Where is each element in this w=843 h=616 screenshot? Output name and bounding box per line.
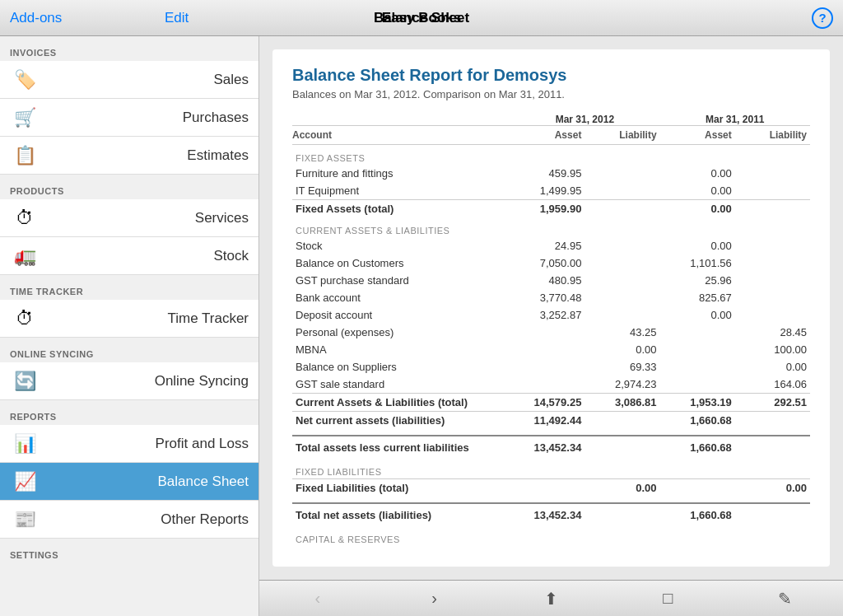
- asset2-subheader: Asset: [660, 126, 735, 145]
- table-row: Balance on Customers7,050.001,101.56: [292, 254, 810, 272]
- sidebar-item-label-profit-loss: Profit and Loss: [40, 436, 249, 452]
- account-subheader: Account: [292, 126, 510, 145]
- sidebar-section-online-syncing: ONLINE SYNCING: [0, 344, 258, 362]
- sidebar-item-services[interactable]: ⏱Services: [0, 199, 258, 237]
- section-label-row: FIXED ASSETS: [292, 145, 810, 166]
- addons-button[interactable]: Add-ons: [10, 10, 62, 26]
- sidebar-item-label-balance-sheet: Balance Sheet: [40, 474, 249, 490]
- purchases-icon: 🛒: [10, 103, 40, 133]
- content-area: Balance Sheet Report for Demosys Balance…: [259, 36, 843, 616]
- table-row: IT Equipment1,499.950.00: [292, 182, 810, 200]
- table-row: Bank account3,770.48825.67: [292, 289, 810, 306]
- sidebar-item-label-services: Services: [40, 210, 249, 226]
- sidebar-section-time-tracker: TIME TRACKER: [0, 282, 258, 300]
- table-row: Furniture and fittings459.950.00: [292, 165, 810, 182]
- asset1-subheader: Asset: [510, 126, 585, 145]
- sidebar-item-label-sales: Sales: [40, 72, 249, 88]
- spacer-row: [292, 497, 810, 503]
- table-row: Personal (expenses)43.2528.45: [292, 324, 810, 341]
- liability1-subheader: Liability: [585, 126, 659, 145]
- liability2-subheader: Liability: [735, 126, 810, 145]
- sidebar-item-sales[interactable]: 🏷️Sales: [0, 61, 258, 99]
- table-row: Current Assets & Liabilities (total)14,5…: [292, 394, 810, 412]
- sidebar-item-time-tracker[interactable]: ⏱Time Tracker: [0, 300, 258, 338]
- sales-icon: 🏷️: [10, 65, 40, 95]
- date2-group-header: Mar 31, 2011: [660, 114, 810, 126]
- edit-doc-button[interactable]: ✎: [766, 581, 803, 617]
- sidebar: INVOICES🏷️Sales🛒Purchases📋EstimatesPRODU…: [0, 36, 259, 616]
- sidebar-item-label-estimates: Estimates: [40, 147, 249, 164]
- balance-sheet-icon: 📈: [10, 467, 40, 497]
- table-row: Total assets less current liabilities13,…: [292, 436, 810, 459]
- table-row: Fixed Liabilities (total)0.000.00: [292, 479, 810, 497]
- edit-button[interactable]: Edit: [165, 10, 189, 26]
- report-area: Balance Sheet Report for Demosys Balance…: [259, 36, 843, 580]
- next-button[interactable]: ›: [417, 581, 453, 617]
- main-content: INVOICES🏷️Sales🛒Purchases📋EstimatesPRODU…: [0, 36, 843, 616]
- sidebar-item-label-other-reports: Other Reports: [40, 511, 249, 528]
- time-tracker-icon: ⏱: [10, 304, 40, 334]
- table-row: Balance on Suppliers69.330.00: [292, 358, 810, 376]
- table-row: GST sale standard2,974.23164.06: [292, 376, 810, 394]
- spacer-row: [292, 429, 810, 436]
- sidebar-item-label-time-tracker: Time Tracker: [40, 310, 249, 327]
- share-button[interactable]: ⬆: [533, 581, 569, 617]
- sidebar-item-other-reports[interactable]: 📰Other Reports: [0, 501, 258, 539]
- sidebar-section-invoices: INVOICES: [0, 43, 258, 61]
- help-button[interactable]: ?: [812, 7, 833, 29]
- sidebar-item-profit-loss[interactable]: 📊Profit and Loss: [0, 425, 258, 463]
- sidebar-item-label-purchases: Purchases: [40, 110, 249, 126]
- report-title: Balance Sheet Report for Demosys: [292, 66, 810, 85]
- sidebar-item-label-stock: Stock: [40, 248, 249, 264]
- section-label-row: CURRENT ASSETS & LIABILITIES: [292, 217, 810, 237]
- sidebar-item-online-syncing[interactable]: 🔄Online Syncing: [0, 362, 258, 400]
- sidebar-item-label-online-syncing: Online Syncing: [40, 373, 249, 390]
- sidebar-section-settings: SETTINGS: [0, 545, 258, 563]
- online-syncing-icon: 🔄: [10, 366, 40, 396]
- other-reports-icon: 📰: [10, 505, 40, 534]
- section-label-row: FIXED LIABILITIES: [292, 459, 810, 479]
- estimates-icon: 📋: [10, 141, 40, 170]
- page-title: Balance Sheet: [374, 10, 469, 26]
- services-icon: ⏱: [10, 203, 40, 233]
- table-row: Fixed Assets (total)1,959.900.00: [292, 200, 810, 218]
- col-account-header: [292, 114, 510, 126]
- section-label-row: CAPITAL & RESERVES: [292, 526, 810, 546]
- sidebar-section-reports: REPORTS: [0, 407, 258, 425]
- sidebar-item-estimates[interactable]: 📋Estimates: [0, 137, 258, 175]
- report-subtitle: Balances on Mar 31, 2012. Comparison on …: [292, 88, 810, 100]
- table-row: GST purchase standard480.9525.96: [292, 272, 810, 289]
- prev-button[interactable]: ‹: [300, 581, 336, 617]
- balance-sheet-table: Mar 31, 2012 Mar 31, 2011 Account Asset …: [292, 114, 810, 546]
- stock-icon: 🚛: [10, 241, 40, 271]
- profit-loss-icon: 📊: [10, 429, 40, 459]
- print-button[interactable]: □: [650, 581, 686, 617]
- top-navigation-bar: Add-onsEasy BooksEditBalance Sheet?: [0, 0, 843, 36]
- table-row: MBNA0.00100.00: [292, 341, 810, 358]
- table-row: Net current assets (liabilities)11,492.4…: [292, 412, 810, 430]
- sidebar-item-stock[interactable]: 🚛Stock: [0, 237, 258, 275]
- sidebar-item-purchases[interactable]: 🛒Purchases: [0, 99, 258, 137]
- table-row: Total net assets (liabilities)13,452.341…: [292, 503, 810, 526]
- table-row: Stock24.950.00: [292, 237, 810, 254]
- report-card: Balance Sheet Report for Demosys Balance…: [272, 49, 830, 567]
- table-row: Deposit account3,252.870.00: [292, 306, 810, 324]
- sidebar-section-products: PRODUCTS: [0, 181, 258, 199]
- date1-group-header: Mar 31, 2012: [510, 114, 659, 126]
- bottom-toolbar: ‹ › ⬆ □ ✎: [259, 580, 843, 616]
- sidebar-item-balance-sheet[interactable]: 📈Balance Sheet: [0, 463, 258, 501]
